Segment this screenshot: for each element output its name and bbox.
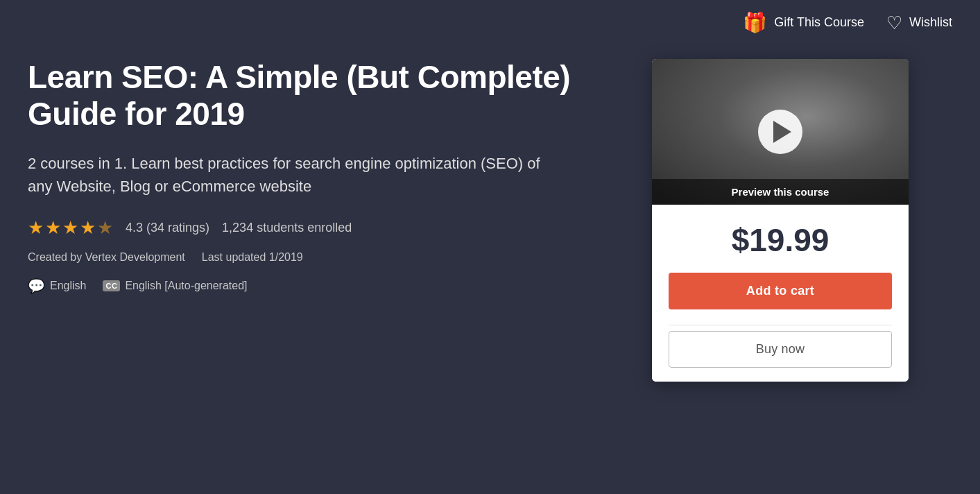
wishlist-button[interactable]: ♡ Wishlist <box>886 14 952 32</box>
star-rating: ★ ★ ★ ★ ★ <box>28 217 113 239</box>
wishlist-label: Wishlist <box>909 15 952 30</box>
gift-course-button[interactable]: 🎁 Gift This Course <box>743 11 864 34</box>
play-button[interactable] <box>758 110 802 154</box>
gift-course-label: Gift This Course <box>774 15 864 30</box>
star-4: ★ <box>80 217 96 239</box>
cc-badge: CC <box>103 280 120 291</box>
divider <box>669 325 892 325</box>
meta-row: Created by Vertex Development Last updat… <box>28 251 624 264</box>
card-body: $19.99 Add to cart Buy now <box>652 205 909 382</box>
language-row: 💬 English CC English [Auto-generated] <box>28 278 624 294</box>
rating-value: 4.3 (34 ratings) <box>126 221 209 235</box>
course-subtitle: 2 courses in 1. Learn best practices for… <box>28 152 569 198</box>
course-title: Learn SEO: A Simple (But Complete) Guide… <box>28 59 624 133</box>
subtitle-lang-text: English [Auto-generated] <box>125 280 247 292</box>
gift-icon: 🎁 <box>743 11 767 34</box>
language-text: English <box>50 280 86 292</box>
preview-image[interactable]: Preview this course <box>652 59 909 205</box>
students-enrolled: 1,234 students enrolled <box>222 221 352 235</box>
top-bar: 🎁 Gift This Course ♡ Wishlist <box>0 0 980 45</box>
course-card: Preview this course $19.99 Add to cart B… <box>652 59 909 382</box>
star-3: ★ <box>62 217 78 239</box>
preview-label: Preview this course <box>652 179 909 205</box>
star-1: ★ <box>28 217 44 239</box>
main-content: Learn SEO: A Simple (But Complete) Guide… <box>0 45 980 402</box>
add-to-cart-button[interactable]: Add to cart <box>669 273 892 309</box>
rating-row: ★ ★ ★ ★ ★ 4.3 (34 ratings) 1,234 student… <box>28 217 624 239</box>
language-item: 💬 English <box>28 278 86 294</box>
buy-now-button[interactable]: Buy now <box>669 331 892 368</box>
created-by: Created by Vertex Development <box>28 251 185 264</box>
price: $19.99 <box>669 221 892 259</box>
heart-icon: ♡ <box>886 14 902 32</box>
subtitle-lang-item: CC English [Auto-generated] <box>103 280 247 292</box>
speech-bubble-icon: 💬 <box>28 278 45 294</box>
last-updated: Last updated 1/2019 <box>202 251 303 264</box>
play-icon <box>773 121 791 143</box>
star-5-half: ★ <box>97 217 113 239</box>
star-2: ★ <box>45 217 61 239</box>
left-panel: Learn SEO: A Simple (But Complete) Guide… <box>28 59 624 294</box>
